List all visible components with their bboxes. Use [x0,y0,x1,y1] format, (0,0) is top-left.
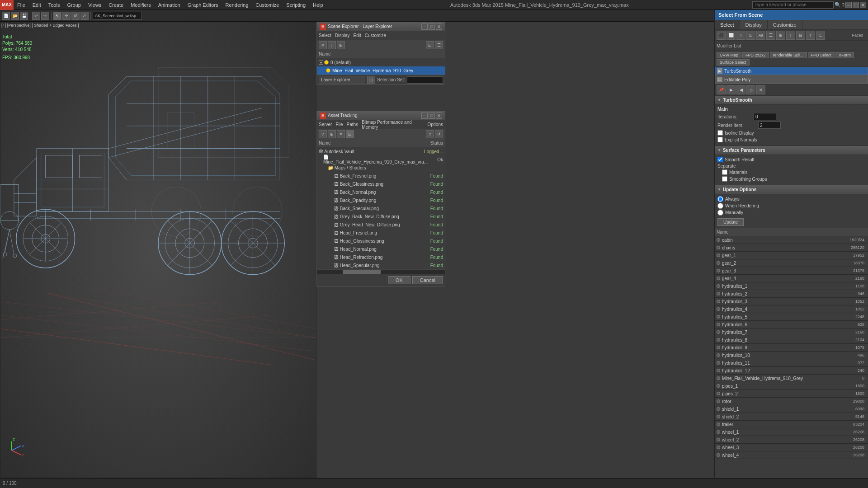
se-menu-edit[interactable]: Edit [354,33,361,38]
sfs-list-item-12[interactable]: hydraulics_72168 [715,328,868,336]
undo-btn[interactable]: ↩ [32,12,40,20]
se-layer-vehicle[interactable]: Mine_Flail_Vehicle_Hydrema_910_Grey [317,66,445,75]
at-row-head-gloss[interactable]: 🖼 Head_Glossiness.png Found [317,237,445,245]
sfs-list-item-7[interactable]: hydraulics_2946 [715,290,868,298]
fpd-btn[interactable]: FPD 2x2x2 [742,52,769,58]
at-menu-file[interactable]: File [335,122,343,127]
sfs-tb-invert[interactable]: ⬜ [726,31,736,40]
render-iters-input[interactable] [758,122,781,129]
layer-explorer-combo[interactable]: Layer Explorer [319,76,365,84]
sfs-list-item-18[interactable]: Mine_Flail_Vehicle_Hydrema_910_Grey0 [715,375,868,382]
le-btn1[interactable]: ⊡ [367,76,375,84]
at-tb3[interactable]: ≡ [337,130,345,138]
sfs-list-item-9[interactable]: hydraulics_41052 [715,305,868,313]
redo-btn[interactable]: ↪ [41,12,49,20]
at-maximize-btn[interactable]: □ [429,113,435,119]
iterations-input[interactable] [754,113,776,120]
sfs-list-item-14[interactable]: hydraulics_91076 [715,344,868,352]
se-tb3[interactable]: ⊞ [337,41,345,49]
sfs-list-item-3[interactable]: gear_218370 [715,259,868,267]
editable-poly-modifier-item[interactable]: □ Editable Poly [715,75,868,84]
mod-remove-btn[interactable]: ✕ [756,85,765,94]
sfs-tb-filter[interactable]: ⊡ [746,31,755,40]
at-help-btn[interactable]: ? [426,130,434,138]
menu-file[interactable]: File [14,0,29,9]
update-btn[interactable]: Update [717,218,744,226]
se-tb4[interactable]: ⊡ [426,41,434,49]
se-tb5[interactable]: ☰ [435,41,443,49]
sfs-list-item-22[interactable]: shield_16090 [715,405,868,413]
se-minimize-btn[interactable]: ─ [421,23,428,30]
search-icon[interactable]: 🔍 [835,2,841,8]
sfs-list-item-16[interactable]: hydraulics_11972 [715,359,868,367]
maximize-btn[interactable]: □ [853,2,859,8]
at-tb2[interactable]: ⊞ [328,130,336,138]
rotate-btn[interactable]: ↺ [71,12,80,20]
close-btn[interactable]: ✕ [860,2,866,8]
at-row-opacity[interactable]: 🖼 Back_Opacity.png Found [317,196,445,204]
at-row-maps[interactable]: 📁 Maps / Shaders [317,164,445,172]
sfs-list-item-19[interactable]: pipes_11800 [715,382,868,390]
minimize-btn[interactable]: ─ [845,2,852,8]
sfs-list-item-0[interactable]: cabin1920/24 [715,236,868,244]
sfs-list-item-1[interactable]: chains285120 [715,244,868,252]
sfs-list-item-23[interactable]: shield_25146 [715,413,868,421]
at-tb1[interactable]: ? [319,130,327,138]
at-row-normal[interactable]: 🖼 Back_Normal.png Found [317,188,445,196]
se-tb2[interactable]: ↓ [328,41,336,49]
mod-make-unique-btn[interactable]: ◇ [746,85,755,94]
update-options-header[interactable]: Update Options [715,185,868,194]
sfs-list-item-4[interactable]: gear_321376 [715,267,868,275]
sfs-tab-select[interactable]: Select [715,20,740,29]
menu-modifiers[interactable]: Modifiers [127,0,155,9]
menu-help[interactable]: Help [309,0,327,9]
menu-graph-editors[interactable]: Graph Editors [184,0,222,9]
sfs-tab-customize[interactable]: Customize [768,20,802,29]
sfs-list-item-20[interactable]: pipes_21800 [715,390,868,398]
menu-group[interactable]: Group [63,0,85,9]
surface-params-header[interactable]: Surface Parameters [715,146,868,155]
se-menu-display[interactable]: Display [335,33,350,38]
xform-btn[interactable]: XForm [835,52,854,58]
at-titlebar[interactable]: ⊞ Asset Tracking ─ □ ✕ [317,111,445,120]
menu-scripting[interactable]: Scripting [283,0,309,9]
select-btn[interactable]: ↖ [53,12,61,20]
menu-animation[interactable]: Animation [155,0,184,9]
at-close-btn[interactable]: ✕ [436,113,442,119]
turbosmooth-modifier-item[interactable]: ▶ TurboSmooth [715,67,868,75]
sfs-list-item-2[interactable]: gear_117952 [715,252,868,259]
at-menu-options[interactable]: Options [428,122,443,127]
at-ok-btn[interactable]: OK [388,276,410,284]
at-menu-server[interactable]: Server [319,122,332,127]
select-move-btn[interactable]: ✛ [62,12,71,20]
turbsmooth-rollout-header[interactable]: TurboSmooth [715,96,868,105]
at-hscroll[interactable] [317,269,445,274]
viewport[interactable]: X Y Z Total Polys: 764 580 Verts: 410 54… [0,22,316,478]
sfs-list-item-15[interactable]: hydraulics_10496 [715,352,868,359]
at-row-glossiness[interactable]: 🖼 Back_Glossiness.png Found [317,180,445,188]
at-row-specular[interactable]: 🖼 Back_Specular.png Found [317,204,445,212]
at-menu-paths[interactable]: Paths [347,122,359,127]
always-radio[interactable] [717,196,723,202]
sfs-list-item-28[interactable]: wheel_426208 [715,451,868,459]
search-input[interactable] [752,1,834,9]
explicit-normals-checkbox[interactable] [717,137,723,142]
menu-rendering[interactable]: Rendering [222,0,252,9]
fpd-select-btn[interactable]: FPD Select [808,52,835,58]
at-row-grey-back[interactable]: 🖼 Grey_Back_New_Diffuse.png Found [317,212,445,221]
at-refresh-btn[interactable]: ↺ [435,130,443,138]
se-menu-select[interactable]: Select [319,33,331,38]
sfs-list-item-13[interactable]: hydraulics_82104 [715,336,868,344]
new-btn[interactable]: 📄 [2,12,10,20]
at-cancel-btn[interactable]: Cancel [412,276,443,284]
at-row-head-spec[interactable]: 🖼 Head_Specular.png Found [317,261,445,269]
open-btn[interactable]: 📂 [11,12,19,20]
materials-checkbox[interactable] [722,169,727,175]
surface-select-btn[interactable]: Surface Select [717,59,750,66]
sfs-list-item-26[interactable]: wheel_226208 [715,436,868,444]
at-menu-bitmap[interactable]: Bitmap Performance and Memory [362,120,424,130]
sfs-list-item-6[interactable]: hydraulics_11108 [715,282,868,290]
se-maximize-btn[interactable]: □ [429,23,435,30]
at-row-fresnel[interactable]: 🖼 Back_Fresnel.png Found [317,172,445,180]
sfs-list-item-21[interactable]: rotor29808 [715,398,868,405]
